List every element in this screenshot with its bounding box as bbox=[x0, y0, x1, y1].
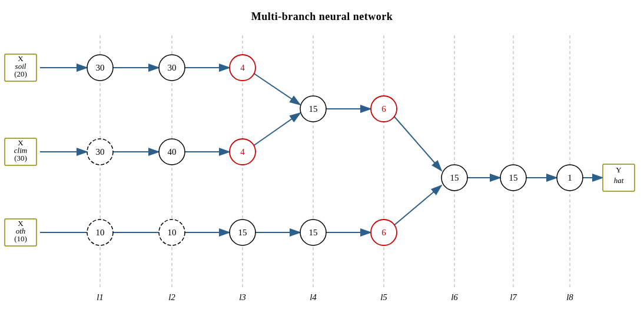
node-l8-label: 1 bbox=[567, 173, 572, 182]
node-soil-l3-label: 4 bbox=[240, 63, 245, 72]
input-label-oth-dim: (10) bbox=[14, 234, 27, 243]
node-l4-merged-label: 15 bbox=[309, 104, 318, 114]
node-clim-l2-label: 40 bbox=[168, 147, 177, 157]
output-label-hat: hat bbox=[614, 176, 624, 185]
node-oth-l4-label: 15 bbox=[309, 228, 318, 237]
arrow-soil-l3-l4 bbox=[253, 73, 300, 105]
input-label-soil-dim: (20) bbox=[14, 69, 27, 78]
node-oth-l3-label: 15 bbox=[238, 228, 247, 237]
label-l1: l1 bbox=[97, 292, 104, 302]
node-soil-l2-label: 30 bbox=[168, 63, 177, 72]
arrow-oth-l5-l6 bbox=[393, 185, 441, 226]
node-clim-l3-label: 4 bbox=[240, 147, 245, 157]
label-l2: l2 bbox=[168, 292, 175, 302]
arrow-clim-l3-l4 bbox=[253, 113, 300, 146]
label-l8: l8 bbox=[566, 292, 573, 302]
arrow-soil-l5-l6 bbox=[393, 115, 441, 171]
node-oth-l2-label: 10 bbox=[168, 228, 177, 237]
label-l7: l7 bbox=[510, 292, 517, 302]
node-l6-merge-label: 15 bbox=[450, 173, 459, 182]
input-label-clim-dim: (30) bbox=[14, 154, 27, 162]
node-l5-top-label: 6 bbox=[381, 104, 386, 114]
node-clim-l1-label: 30 bbox=[96, 147, 105, 157]
label-l6: l6 bbox=[451, 292, 458, 302]
output-label-y: Y bbox=[616, 165, 622, 174]
label-l4: l4 bbox=[310, 292, 317, 302]
diagram-svg: l1 l2 l3 l4 l5 l6 l7 l8 bbox=[0, 0, 644, 316]
diagram-container: Multi-branch neural network l1 l2 l3 l4 … bbox=[0, 0, 644, 316]
node-soil-l1-label: 30 bbox=[96, 63, 105, 72]
label-l3: l3 bbox=[239, 292, 246, 302]
label-l5: l5 bbox=[380, 292, 387, 302]
node-l7-label: 15 bbox=[509, 173, 518, 182]
node-oth-l1-label: 10 bbox=[96, 228, 105, 237]
node-oth-l5-label: 6 bbox=[381, 228, 386, 237]
